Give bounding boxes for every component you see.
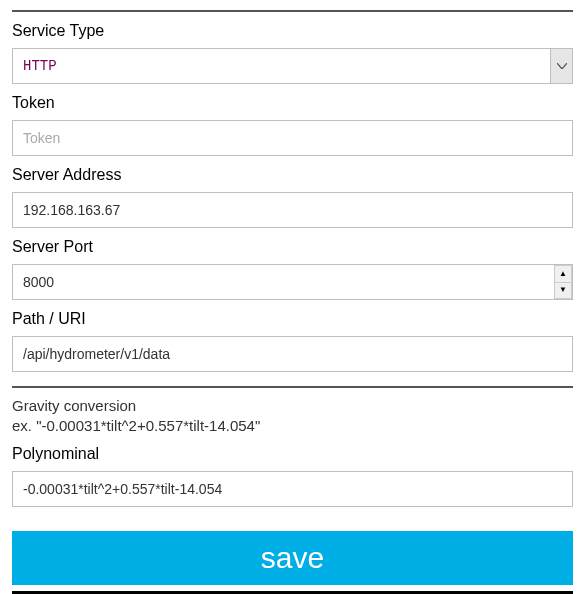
server-port-input[interactable] — [12, 264, 573, 300]
service-type-select-wrap: HTTP — [12, 48, 573, 84]
gravity-example: ex. "-0.00031*tilt^2+0.557*tilt-14.054" — [12, 416, 573, 436]
token-label: Token — [12, 94, 573, 112]
server-address-input[interactable] — [12, 192, 573, 228]
path-uri-label: Path / URI — [12, 310, 573, 328]
server-address-label: Server Address — [12, 166, 573, 184]
server-port-wrap: ▲ ▼ — [12, 264, 573, 300]
gravity-title: Gravity conversion — [12, 396, 573, 416]
top-divider — [12, 10, 573, 12]
service-type-label: Service Type — [12, 22, 573, 40]
server-port-label: Server Port — [12, 238, 573, 256]
save-button[interactable]: save — [12, 531, 573, 585]
gravity-divider — [12, 386, 573, 388]
service-type-select[interactable]: HTTP — [12, 48, 573, 84]
path-uri-input[interactable] — [12, 336, 573, 372]
polynominal-input[interactable] — [12, 471, 573, 507]
polynominal-label: Polynominal — [12, 445, 573, 463]
token-input[interactable] — [12, 120, 573, 156]
